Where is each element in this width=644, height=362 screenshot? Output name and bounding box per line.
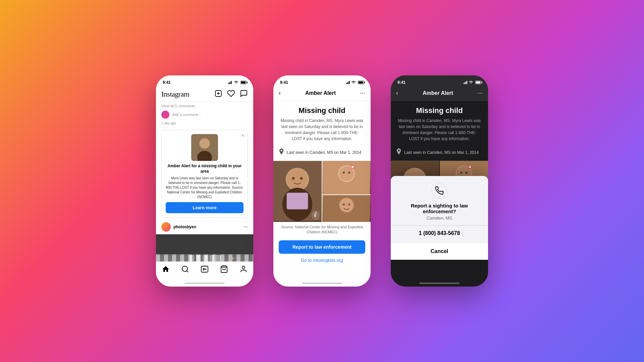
status-bar-phone1: 9:41 xyxy=(156,75,253,87)
child-photo-top-right xyxy=(322,161,371,194)
status-time-phone3: 9:41 xyxy=(397,80,406,85)
battery-icon-phone1 xyxy=(240,81,247,84)
battery-icon-phone2 xyxy=(358,81,364,84)
heart-icon[interactable] xyxy=(227,89,235,99)
svg-point-21 xyxy=(242,266,245,269)
back-arrow-icon-dark[interactable]: ‹ xyxy=(396,89,398,97)
status-icons-phone2 xyxy=(346,80,364,85)
home-indicator-phone2 xyxy=(273,280,371,287)
dialog-phone-number[interactable]: 1 (800) 843-5678 xyxy=(391,225,488,241)
cancel-button[interactable]: Cancel xyxy=(391,241,488,260)
svg-rect-28 xyxy=(287,193,308,209)
svg-line-18 xyxy=(187,271,188,272)
svg-point-33 xyxy=(348,172,350,174)
nav-search-icon[interactable] xyxy=(181,265,189,275)
child-main-photo xyxy=(273,161,322,222)
feed-content: View all 5 comments Add a comment... 1 d… xyxy=(156,102,253,261)
phone-1-instagram-feed: 9:41 Instagram View all 5 comm xyxy=(156,75,253,287)
home-indicator-phone1 xyxy=(156,280,253,287)
svg-point-35 xyxy=(352,166,354,168)
wifi-icon-phone2 xyxy=(351,80,356,85)
svg-point-38 xyxy=(340,198,353,212)
svg-point-52 xyxy=(466,172,468,174)
more-options-icon[interactable]: ··· xyxy=(360,89,365,97)
missing-description-dark: Missing child in Camden, MS. Myra Lewis … xyxy=(391,118,488,146)
add-icon[interactable] xyxy=(214,89,222,99)
nav-profile-icon[interactable] xyxy=(239,265,248,275)
post-image xyxy=(156,234,253,261)
phone-3-dark-dialog: 9:41 ‹ Amber Alert ··· Missing child Mis… xyxy=(391,75,488,287)
post-avatar xyxy=(161,222,171,232)
battery-icon-phone3 xyxy=(475,81,481,84)
source-text: Source: National Center for Missing and … xyxy=(273,222,371,238)
amber-alert-card-description: Myra Lewis was last seen on Saturday and… xyxy=(166,176,244,199)
status-time-phone1: 9:41 xyxy=(163,80,171,85)
svg-point-32 xyxy=(343,172,345,174)
svg-point-39 xyxy=(343,203,345,205)
amber-detail-content-dark: Missing child Missing child in Camden, M… xyxy=(391,101,488,280)
post-timestamp: 1 day ago xyxy=(156,121,253,128)
location-pin-icon-dark xyxy=(396,148,401,157)
post-header: photosbyen ··· xyxy=(156,220,253,234)
amber-header-title-dark: Amber Alert xyxy=(423,90,453,96)
report-sighting-dialog: Report a sighting to law enforcement? Ca… xyxy=(391,176,488,260)
walking-icon-overlay xyxy=(312,210,320,220)
status-time-phone2: 9:41 xyxy=(280,80,288,85)
amber-detail-header: ‹ Amber Alert ··· xyxy=(273,87,371,101)
status-icons-phone1 xyxy=(228,80,247,84)
comment-input-row: Add a comment... xyxy=(156,109,253,121)
signal-bars-phone3 xyxy=(464,81,467,84)
amber-alert-card: × Amber Alert for a missing child in you… xyxy=(161,130,248,218)
svg-point-51 xyxy=(460,172,462,174)
comment-placeholder-text[interactable]: Add a comment... xyxy=(172,113,201,117)
svg-point-6 xyxy=(200,139,209,148)
home-indicator-phone3 xyxy=(391,280,488,287)
location-row-dark: Last seen in Camden, MS on Mar 1, 2014 xyxy=(391,146,488,161)
amber-detail-content: Missing child Missing child in Camden, M… xyxy=(273,101,371,280)
svg-point-25 xyxy=(292,177,295,180)
amber-alert-card-title: Amber Alert for a missing child in your … xyxy=(166,164,244,174)
phone-call-icon xyxy=(431,183,447,199)
wifi-icon-phone1 xyxy=(234,80,238,84)
view-comments-link[interactable]: View all 5 comments xyxy=(156,102,253,109)
nav-home-icon[interactable] xyxy=(162,265,170,275)
signal-bars-phone1 xyxy=(228,81,232,84)
report-to-law-enforcement-button[interactable]: Report to law enforcement xyxy=(279,240,365,254)
status-bar-phone2: 9:41 xyxy=(273,75,371,87)
learn-more-button[interactable]: Learn more xyxy=(166,202,244,213)
post-user: photosbyen xyxy=(161,222,196,232)
location-row: Last seen in Camden, MS on Mar 1, 2014 xyxy=(273,146,371,161)
go-to-missingkids-link[interactable]: Go to missingkids.org xyxy=(273,256,371,264)
nav-shop-icon[interactable] xyxy=(220,265,228,275)
post-username[interactable]: photosbyen xyxy=(173,225,196,229)
svg-point-17 xyxy=(182,266,187,272)
more-options-icon-dark[interactable]: ··· xyxy=(478,89,483,97)
status-bar-phone3: 9:41 xyxy=(391,75,488,87)
nav-reels-icon[interactable] xyxy=(201,265,209,275)
messenger-icon[interactable] xyxy=(240,89,248,99)
instagram-logo: Instagram xyxy=(161,90,189,99)
back-arrow-icon[interactable]: ‹ xyxy=(279,89,281,97)
missing-child-title: Missing child xyxy=(273,101,371,118)
phone-2-amber-detail: 9:41 ‹ Amber Alert ··· Missing child Mis… xyxy=(273,75,371,287)
child-photo-bottom-right xyxy=(322,195,371,222)
user-avatar-small xyxy=(161,111,169,119)
location-text-dark: Last seen in Camden, MS on Mar 1, 2014 xyxy=(404,150,479,155)
svg-rect-19 xyxy=(201,266,208,272)
instagram-header-icons xyxy=(214,89,248,99)
dialog-subtitle: Camden, MS xyxy=(396,216,483,221)
location-pin-icon xyxy=(279,148,284,157)
status-icons-phone3 xyxy=(464,80,481,85)
photo-grid xyxy=(273,161,371,222)
instagram-header: Instagram xyxy=(156,87,253,102)
close-icon[interactable]: × xyxy=(241,133,244,138)
nav-bar xyxy=(156,261,253,280)
wifi-icon-phone3 xyxy=(469,80,473,85)
missing-child-title-dark: Missing child xyxy=(391,101,488,118)
post-options-icon[interactable]: ··· xyxy=(244,224,248,230)
crosswalk-overlay xyxy=(156,254,253,261)
svg-point-40 xyxy=(348,203,350,205)
missing-description: Missing child in Camden, MS. Myra Lewis … xyxy=(273,118,371,146)
svg-point-54 xyxy=(469,166,471,168)
dark-amber-header: ‹ Amber Alert ··· xyxy=(391,87,488,101)
